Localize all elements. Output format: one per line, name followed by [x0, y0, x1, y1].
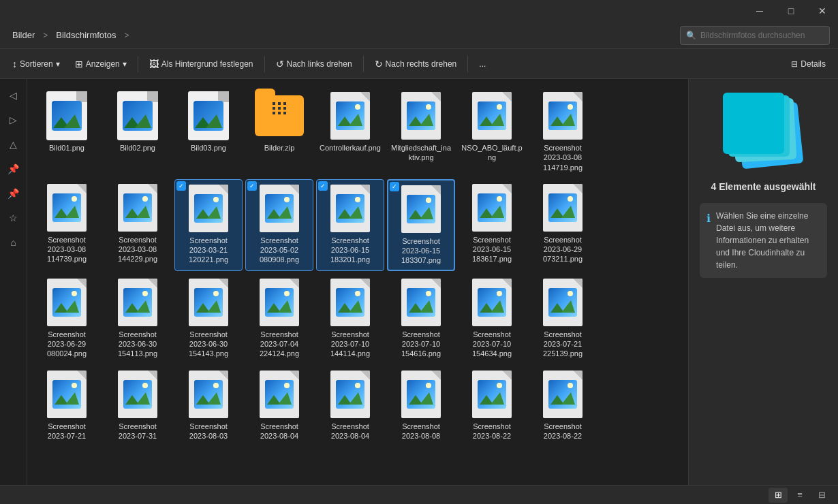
file-name: Screenshot 2023-07-10 154634.png: [472, 330, 512, 359]
sidebar-back-icon[interactable]: ◁: [3, 84, 25, 106]
sort-button[interactable]: ↕ Sortieren ▾: [5, 54, 67, 74]
list-item[interactable]: Mitgliedschaft_inaktiv.png: [387, 87, 455, 176]
file-name: Mitgliedschaft_inaktiv.png: [390, 143, 452, 163]
maximize-button[interactable]: □: [775, 0, 807, 22]
details-button[interactable]: ⊟ Details: [784, 55, 833, 73]
screenshot-file-icon: [472, 371, 512, 418]
sidebar-forward-icon[interactable]: ▷: [3, 109, 25, 131]
list-item[interactable]: Screenshot 2023-08-03: [174, 366, 243, 445]
breadcrumb-sep-1: >: [43, 31, 48, 40]
file-name: Screenshot 2023-03-21 120221.png: [189, 236, 228, 265]
list-item[interactable]: Screenshot 2023-07-04 224124.png: [245, 274, 313, 363]
list-item[interactable]: Screenshot 2023-03-08 114739.png: [33, 179, 101, 271]
file-thumb: [184, 184, 233, 233]
screenshot-file-icon: [543, 184, 583, 232]
screenshot-img: [265, 194, 294, 223]
screenshot-file-icon: [543, 279, 583, 326]
list-item[interactable]: Screenshot 2023-07-21: [33, 366, 101, 445]
screenshot-file-icon: [472, 279, 512, 326]
file-thumb: [255, 184, 304, 233]
rotate-left-label: Nach links drehen: [287, 59, 352, 69]
screenshot-file-icon: [189, 371, 228, 418]
sort-icon: ↕: [12, 59, 17, 69]
list-item[interactable]: Screenshot 2023-07-10 154634.png: [458, 274, 526, 363]
sun-dot: [426, 291, 431, 296]
view-grid-button[interactable]: ⊞: [769, 488, 788, 503]
file-name: Screenshot 2023-03-08 114719.png: [543, 143, 583, 172]
list-item[interactable]: Bild02.png: [104, 87, 172, 176]
toolbar-separator-3: [363, 56, 364, 72]
view-button[interactable]: ⊞ Anzeigen ▾: [68, 54, 134, 74]
file-name: Screenshot 2023-07-04 224124.png: [260, 330, 299, 359]
rotate-left-button[interactable]: ↺ Nach links drehen: [269, 54, 359, 74]
list-item[interactable]: Screenshot 2023-06-29 073211.png: [529, 179, 597, 271]
zip-line-2: [273, 107, 286, 110]
file-thumb: [326, 278, 375, 327]
list-item[interactable]: Screenshot 2023-03-08 144229.png: [104, 179, 172, 271]
list-item[interactable]: Screenshot 2023-07-10 144114.png: [316, 274, 384, 363]
list-item[interactable]: Screenshot 2023-07-31: [104, 366, 172, 445]
minimize-button[interactable]: ─: [744, 0, 775, 22]
list-item[interactable]: Bilder.zip: [245, 87, 313, 176]
left-sidebar: ◁ ▷ △ 📌 📌 ☆ ⌂: [0, 79, 27, 485]
list-item[interactable]: Screenshot 2023-07-21 225139.png: [529, 274, 597, 363]
more-button[interactable]: ...: [472, 55, 493, 73]
screenshot-file-icon: [47, 371, 87, 418]
list-item[interactable]: Screenshot 2023-07-10 154616.png: [387, 274, 455, 363]
search-input[interactable]: [700, 31, 824, 40]
search-box[interactable]: 🔍: [680, 26, 830, 45]
sun-dot: [284, 383, 290, 388]
breadcrumb-bilder[interactable]: Bilder: [8, 27, 39, 43]
screenshot-img: [123, 288, 152, 317]
list-item[interactable]: Screenshot 2023-08-08: [387, 366, 455, 445]
rotate-right-button[interactable]: ↻ Nach rechts drehen: [368, 54, 464, 74]
screenshot-img: [336, 194, 364, 223]
check-badge: ✓: [176, 181, 186, 191]
list-item[interactable]: ✓ Screenshot 2023-03-21 120221.png: [174, 179, 243, 271]
list-item[interactable]: Screenshot 2023-06-29 080024.png: [33, 274, 101, 363]
close-button[interactable]: ✕: [807, 0, 838, 22]
screenshot-img: [52, 380, 81, 409]
file-name: Screenshot 2023-05-02 080908.png: [260, 236, 299, 265]
list-item[interactable]: ✓ Screenshot 2023-06-15 183201.png: [316, 179, 384, 271]
wallpaper-button[interactable]: 🖼 Als Hintergrund festlegen: [142, 54, 260, 74]
list-item[interactable]: Screenshot 2023-06-30 154143.png: [174, 274, 243, 363]
list-item[interactable]: Screenshot 2023-08-04: [316, 366, 384, 445]
screenshot-img: [52, 193, 81, 222]
list-item[interactable]: Screenshot 2023-08-04: [245, 366, 313, 445]
list-item[interactable]: NSO_ABO_läuft.png: [458, 87, 526, 176]
file-area[interactable]: Bild01.png Bild02.png Bild03.png Bilder.…: [27, 79, 688, 485]
selected-count-label: 4 Elemente ausgewählt: [711, 181, 816, 192]
file-name: Screenshot 2023-07-10 154616.png: [401, 330, 441, 359]
breadcrumb-bildschirmfotos[interactable]: Bildschirmfotos: [52, 27, 120, 43]
screenshot-img: [407, 195, 435, 223]
screenshot-img: [336, 288, 364, 317]
list-item[interactable]: Screenshot 2023-08-22: [529, 366, 597, 445]
list-item[interactable]: ✓ Screenshot 2023-05-02 080908.png: [245, 179, 313, 271]
list-item[interactable]: Screenshot 2023-06-15 183617.png: [458, 179, 526, 271]
view-list-button[interactable]: ≡: [790, 488, 809, 503]
view-detail-button[interactable]: ⊟: [812, 488, 831, 503]
file-name: Screenshot 2023-07-31: [119, 422, 157, 441]
list-item[interactable]: Screenshot 2023-03-08 114719.png: [529, 87, 597, 176]
sidebar-star-icon[interactable]: ☆: [3, 207, 25, 229]
screenshot-file-icon: [118, 184, 157, 232]
list-item[interactable]: ✓ Screenshot 2023-06-15 183307.png: [387, 179, 455, 271]
list-item[interactable]: Bild03.png: [174, 87, 243, 176]
sun-dot: [142, 196, 148, 202]
list-item[interactable]: Bild01.png: [33, 87, 101, 176]
folder-icon: [255, 95, 304, 136]
list-item[interactable]: Screenshot 2023-06-30 154113.png: [104, 274, 172, 363]
file-thumb: [538, 370, 587, 419]
list-item[interactable]: Screenshot 2023-08-22: [458, 366, 526, 445]
sun-dot: [568, 104, 573, 110]
list-item[interactable]: Controllerkauf.png: [316, 87, 384, 176]
file-name: Bild02.png: [120, 143, 155, 153]
sidebar-pin2-icon[interactable]: 📌: [3, 183, 25, 204]
screenshot-file-icon: [330, 185, 370, 232]
sun-dot: [497, 383, 502, 388]
sidebar-home-icon[interactable]: ⌂: [3, 232, 25, 253]
sidebar-up-icon[interactable]: △: [3, 133, 25, 155]
sidebar-pin-icon[interactable]: 📌: [3, 158, 25, 180]
screenshot-file-icon: [47, 184, 87, 232]
